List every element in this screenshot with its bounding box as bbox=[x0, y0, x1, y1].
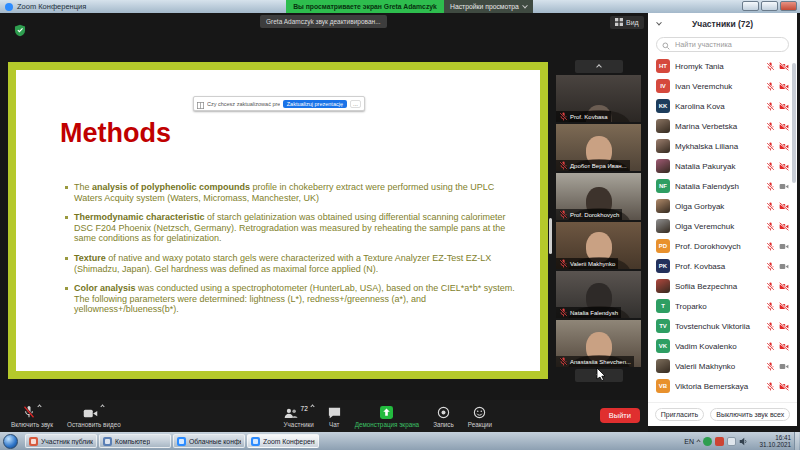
participant-row[interactable]: Sofiia Bezpechna bbox=[648, 276, 797, 296]
participant-name: Troparko bbox=[675, 302, 761, 311]
stop-video-button[interactable]: Остановить видео bbox=[60, 405, 128, 428]
slide-title: Methods bbox=[60, 118, 171, 149]
participants-title: Участники (72) bbox=[692, 19, 753, 29]
participant-name: Mykhalska Liliana bbox=[675, 142, 761, 151]
chevron-up-icon[interactable] bbox=[310, 404, 314, 408]
language-indicator[interactable]: EN bbox=[684, 438, 694, 445]
video-tiles: Prof. KovbasaДробот Вера Иван...Prof. Do… bbox=[556, 75, 641, 367]
network-tray-icon[interactable] bbox=[727, 437, 736, 446]
record-label: Запись bbox=[433, 421, 454, 428]
video-tile-nameplate: Anastasiia Shevchen... bbox=[556, 356, 634, 367]
participant-row[interactable]: PDProf. Dorokhovych bbox=[648, 236, 797, 256]
scroll-up-button[interactable] bbox=[575, 60, 623, 73]
chat-button[interactable]: Чат bbox=[321, 405, 348, 428]
participants-button[interactable]: 72 Участники bbox=[277, 405, 321, 428]
restore-button[interactable] bbox=[761, 1, 778, 11]
participant-row[interactable]: VKVadim Kovalenko bbox=[648, 336, 797, 356]
close-button[interactable] bbox=[780, 1, 797, 11]
slide-bullet: Texture of native and waxy potato starch… bbox=[64, 253, 520, 274]
app-tray-icon[interactable] bbox=[715, 437, 724, 446]
view-layout-button[interactable]: Вид bbox=[610, 16, 644, 29]
view-settings-label: Настройки просмотра bbox=[450, 3, 519, 10]
participant-row[interactable]: TVTovstenchuk Viktoriia bbox=[648, 316, 797, 336]
participant-row[interactable]: Valerii Makhynko bbox=[648, 356, 797, 376]
window-controls bbox=[742, 1, 797, 11]
participant-status-icons bbox=[766, 322, 789, 331]
microphone-muted-icon bbox=[559, 357, 568, 366]
video-tile[interactable]: Prof. Dorokhovych bbox=[556, 173, 641, 220]
participant-row[interactable]: VBViktoria Bemerskaya bbox=[648, 376, 797, 396]
participant-status-icons bbox=[766, 202, 789, 211]
view-settings-dropdown[interactable]: Настройки просмотра bbox=[444, 0, 533, 13]
window-titlebar: Zoom Конференция Вы просматриваете экран… bbox=[0, 0, 800, 13]
participant-row[interactable]: IVIvan Veremchuk bbox=[648, 76, 797, 96]
chevron-up-icon[interactable] bbox=[37, 404, 41, 408]
participant-row[interactable]: PKProf. Kovbasa bbox=[648, 256, 797, 276]
participant-row[interactable]: Marina Verbetska bbox=[648, 116, 797, 136]
panel-scrollbar[interactable] bbox=[792, 63, 796, 183]
participant-row[interactable]: KKKarolina Kova bbox=[648, 96, 797, 116]
participant-status-icons bbox=[766, 382, 789, 391]
microphone-muted-icon bbox=[766, 202, 775, 211]
taskbar-button[interactable]: Облачные конфер... bbox=[173, 434, 245, 448]
update-presentation-button[interactable]: Zaktualizuj prezentację bbox=[283, 100, 347, 108]
leave-meeting-button[interactable]: Выйти bbox=[600, 408, 640, 423]
microphone-muted-icon bbox=[766, 242, 775, 251]
participant-name: Tovstenchuk Viktoriia bbox=[675, 322, 761, 331]
share-screen-label: Демонстрация экрана bbox=[355, 421, 419, 428]
microphone-muted-icon bbox=[766, 162, 775, 171]
participant-status-icons bbox=[766, 62, 789, 71]
minimize-button[interactable] bbox=[742, 1, 759, 11]
zoom-app-icon bbox=[5, 3, 13, 11]
antivirus-tray-icon[interactable] bbox=[703, 437, 712, 446]
video-thumbnail-strip: Prof. KovbasaДробот Вера Иван...Prof. Do… bbox=[556, 60, 641, 384]
notification-more-button[interactable]: ... bbox=[350, 100, 361, 108]
camera-off-icon bbox=[779, 382, 789, 391]
participant-avatar bbox=[656, 139, 670, 153]
record-button[interactable]: Запись bbox=[426, 405, 461, 428]
taskbar-button[interactable]: Zoom Конференция bbox=[247, 434, 319, 448]
participant-row[interactable]: Olga Gorbyak bbox=[648, 196, 797, 216]
video-tile[interactable]: Valerii Makhynko bbox=[556, 222, 641, 269]
video-tile[interactable]: Anastasiia Shevchen... bbox=[556, 320, 641, 367]
collapse-panel-icon[interactable] bbox=[656, 20, 662, 26]
participant-status-icons bbox=[766, 362, 789, 371]
video-tile[interactable]: Prof. Kovbasa bbox=[556, 75, 641, 122]
search-input[interactable] bbox=[673, 39, 783, 50]
taskbar-button[interactable]: Участник публика... bbox=[25, 434, 97, 448]
taskbar-clock[interactable]: 16:41 31.10.2021 bbox=[751, 434, 791, 448]
participant-row[interactable]: Mykhalska Liliana bbox=[648, 136, 797, 156]
participant-row[interactable]: Olga Veremchuk bbox=[648, 216, 797, 236]
invite-button[interactable]: Пригласить bbox=[655, 408, 704, 421]
slide-bullet: The analysis of polyphenolic compounds p… bbox=[64, 182, 520, 203]
share-screen-button[interactable]: Демонстрация экрана bbox=[348, 405, 426, 428]
speaker-icon[interactable] bbox=[739, 432, 748, 450]
reactions-button[interactable]: Реакции bbox=[461, 405, 499, 428]
taskbar-button[interactable]: Компьютер bbox=[99, 434, 171, 448]
participant-avatar: KK bbox=[656, 99, 670, 113]
panel-resize-handle[interactable] bbox=[549, 218, 552, 254]
mute-all-button[interactable]: Выключить звук всех bbox=[710, 408, 790, 421]
microphone-muted-icon bbox=[766, 262, 775, 271]
participant-status-icons bbox=[766, 142, 789, 151]
video-tile[interactable]: Natalia Falendysh bbox=[556, 271, 641, 318]
participant-avatar: VB bbox=[656, 379, 670, 393]
participant-row[interactable]: NFNatalia Falendysh bbox=[648, 176, 797, 196]
participant-row[interactable]: TTroparko bbox=[648, 296, 797, 316]
participant-row[interactable]: HTHromyk Tania bbox=[648, 56, 797, 76]
video-tile[interactable]: Дробот Вера Иван... bbox=[556, 124, 641, 171]
unmute-button[interactable]: Включить звук bbox=[4, 405, 60, 428]
clock-date: 31.10.2021 bbox=[751, 441, 791, 448]
participant-avatar: HT bbox=[656, 59, 670, 73]
meeting-toolbar: Включить звук Остановить видео bbox=[0, 400, 648, 432]
participant-avatar: PD bbox=[656, 239, 670, 253]
start-button[interactable] bbox=[3, 434, 18, 449]
participant-row[interactable]: Natalia Pakuryak bbox=[648, 156, 797, 176]
video-tile-name: Anastasiia Shevchen... bbox=[570, 359, 631, 365]
participant-name: Olga Veremchuk bbox=[675, 222, 761, 231]
tray-expand-icon[interactable] bbox=[696, 439, 700, 443]
microphone-muted-icon bbox=[559, 308, 568, 317]
chevron-up-icon[interactable] bbox=[101, 404, 105, 408]
participant-name: Vadim Kovalenko bbox=[675, 342, 761, 351]
show-desktop-button[interactable] bbox=[794, 432, 799, 450]
